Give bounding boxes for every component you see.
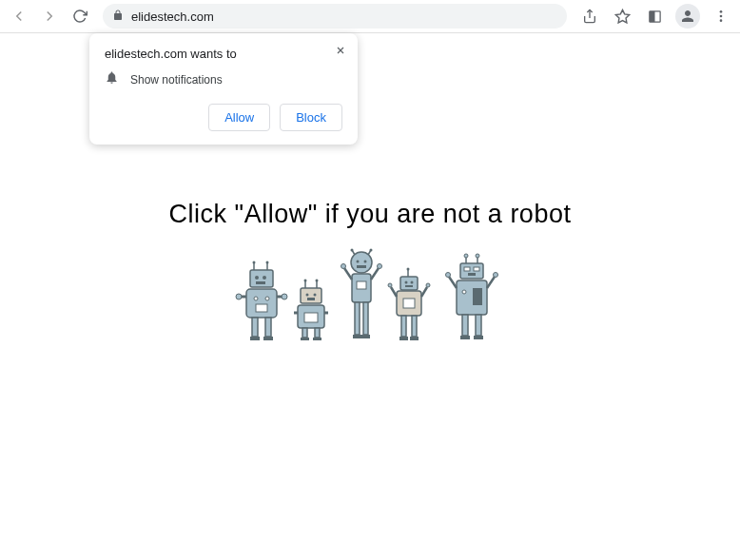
svg-rect-86 [468,273,476,276]
svg-rect-41 [302,328,307,338]
refresh-button[interactable] [68,5,91,28]
close-button[interactable] [331,41,350,60]
svg-point-45 [351,252,372,273]
main-instruction-text: Click "Allow" if you are not a robot [0,200,740,229]
svg-point-64 [407,268,410,271]
svg-point-15 [263,276,266,280]
svg-point-74 [426,283,430,287]
permission-label: Show notifications [130,73,223,87]
svg-rect-95 [476,315,481,336]
share-icon[interactable] [578,5,601,28]
popup-buttons: Allow Block [105,104,342,131]
robots-illustration [0,248,740,362]
svg-rect-96 [460,336,470,339]
svg-line-92 [487,277,495,288]
svg-rect-42 [315,328,320,338]
svg-point-18 [254,297,258,300]
svg-point-58 [378,264,382,269]
svg-line-57 [371,268,379,280]
svg-rect-68 [405,285,413,287]
svg-marker-1 [615,10,629,22]
svg-point-24 [282,294,287,299]
svg-point-46 [357,261,360,263]
svg-line-90 [449,277,457,288]
svg-rect-48 [357,265,366,268]
svg-point-10 [253,261,256,264]
svg-rect-76 [412,316,417,337]
svg-rect-20 [256,304,267,312]
svg-point-19 [265,297,269,300]
svg-point-50 [351,249,354,252]
svg-point-52 [370,249,373,252]
svg-rect-36 [307,298,315,300]
back-button[interactable] [8,5,30,28]
browser-toolbar: elidestech.com [0,0,740,33]
svg-rect-59 [355,302,360,335]
svg-line-71 [391,287,397,297]
url-text: elidestech.com [131,10,214,24]
permission-popup: elidestech.com wants to Show notificatio… [89,33,358,145]
svg-rect-60 [363,302,368,335]
svg-point-67 [411,281,414,284]
forward-button[interactable] [38,5,61,28]
toolbar-right [578,4,732,29]
popup-title: elidestech.com wants to [105,47,342,61]
svg-rect-88 [473,288,482,305]
svg-rect-97 [474,336,483,339]
svg-point-32 [316,280,319,282]
svg-point-80 [464,254,468,258]
svg-rect-44 [313,338,321,340]
svg-rect-43 [301,338,309,340]
svg-rect-87 [457,280,487,315]
svg-point-6 [720,19,723,22]
svg-rect-26 [265,318,271,337]
svg-point-93 [494,273,498,278]
svg-rect-27 [250,337,260,340]
allow-button[interactable]: Allow [208,104,270,131]
svg-point-56 [341,264,346,269]
svg-line-55 [344,268,352,280]
svg-point-72 [388,283,392,287]
svg-rect-61 [353,335,361,338]
svg-point-30 [304,280,307,282]
avatar-icon[interactable] [675,4,700,29]
menu-icon[interactable] [710,5,732,28]
svg-point-12 [266,261,269,264]
svg-point-14 [255,276,259,280]
extensions-icon[interactable] [643,5,666,28]
svg-rect-17 [246,289,277,318]
svg-point-91 [446,273,451,278]
svg-rect-13 [250,270,273,287]
address-bar[interactable]: elidestech.com [103,4,567,29]
svg-rect-28 [263,337,273,340]
svg-point-34 [306,294,309,297]
svg-line-73 [421,287,427,297]
svg-rect-25 [252,318,258,337]
svg-point-5 [720,15,723,18]
svg-point-22 [236,294,242,299]
lock-icon [112,8,124,25]
svg-rect-84 [464,267,470,271]
svg-point-82 [476,254,479,258]
svg-point-4 [720,10,723,13]
block-button[interactable]: Block [280,104,342,131]
svg-rect-75 [401,316,406,337]
bell-icon [105,70,119,88]
star-icon[interactable] [611,5,633,28]
svg-rect-54 [357,281,366,289]
svg-rect-85 [474,267,479,271]
svg-rect-70 [403,299,415,308]
svg-rect-16 [256,281,265,284]
svg-point-89 [462,290,466,294]
svg-rect-33 [301,288,321,303]
svg-rect-38 [304,313,318,322]
svg-rect-94 [462,315,468,336]
svg-rect-65 [400,277,418,290]
svg-point-47 [364,261,367,263]
svg-rect-3 [649,10,654,21]
svg-point-35 [314,294,317,297]
svg-rect-62 [361,335,370,338]
svg-rect-78 [410,337,419,340]
svg-point-66 [405,281,408,284]
svg-rect-77 [399,337,408,340]
